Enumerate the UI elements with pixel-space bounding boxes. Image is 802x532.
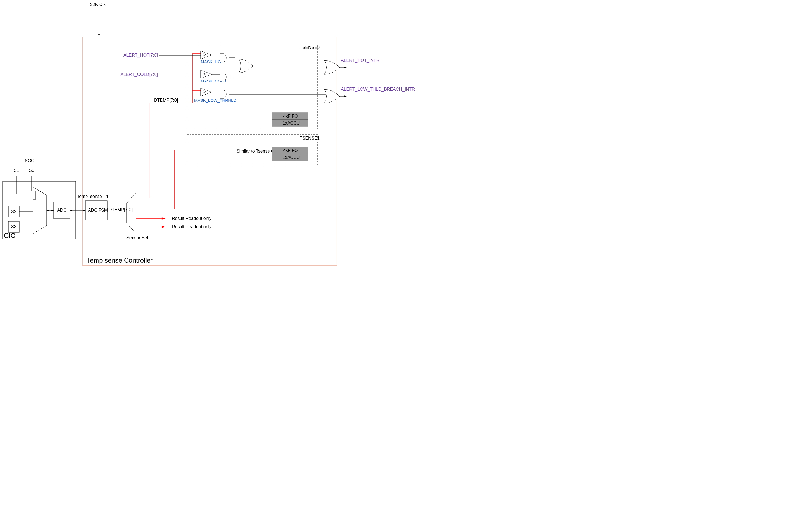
tsense0-fifo-label: 4xFIFO bbox=[283, 114, 298, 118]
readout-label-2: Result Readout only bbox=[172, 224, 211, 229]
cmp-lt-label: < bbox=[204, 72, 206, 76]
alert-hot-in-label: ALERT_HOT[7:0] bbox=[123, 53, 158, 58]
tsense1-fifo-label: 4xFIFO bbox=[283, 148, 298, 153]
sensor-sel-demux bbox=[127, 192, 136, 234]
tsense1-accu-label: 1xACCU bbox=[283, 155, 300, 160]
alert-hot-intr-label: ALERT_HOT_INTR bbox=[341, 58, 379, 63]
cmp-gt2-label: > bbox=[204, 89, 206, 94]
cmp-gt1 bbox=[201, 51, 212, 59]
dtemp-bus-label: DTEMP[7:0] bbox=[154, 98, 178, 102]
s0-label: S0 bbox=[29, 168, 34, 173]
controller-title: Temp sense Controller bbox=[87, 256, 153, 264]
temp-if-label: Temp_sense_I/f bbox=[77, 194, 108, 199]
cmp-lt bbox=[201, 70, 212, 78]
s0-wire bbox=[32, 176, 36, 199]
cmp-gt1-label: > bbox=[204, 52, 206, 57]
sensor-sel-label: Sensor Sel bbox=[127, 235, 148, 240]
dtemp-fsm-label: DTEMP[7:0] bbox=[109, 207, 133, 212]
s2-label: S2 bbox=[11, 209, 17, 214]
adc-fsm-label: ADC FSM bbox=[88, 208, 108, 212]
and-hot bbox=[220, 54, 226, 62]
or-low-out bbox=[324, 89, 340, 103]
tsense1-note: Similar to Tsense 0 bbox=[236, 149, 273, 153]
and-cold bbox=[220, 73, 226, 81]
tsense0-accu-label: 1xACCU bbox=[283, 121, 300, 126]
adc-label: ADC bbox=[57, 208, 66, 212]
clk-label: 32K Clk bbox=[90, 2, 106, 7]
dtemp-path-1 bbox=[136, 150, 198, 209]
s1-wire bbox=[17, 176, 33, 194]
mask-low-label: MASK_LOW_THRHLD bbox=[194, 98, 236, 102]
dtemp-path-0 bbox=[136, 103, 192, 198]
soc-label: SOC bbox=[25, 158, 34, 163]
and-low bbox=[220, 90, 226, 98]
readout-label-1: Result Readout only bbox=[172, 216, 211, 221]
alert-low-intr-label: ALERT_LOW_THLD_BREACH_INTR bbox=[341, 87, 415, 92]
cio-label: CIO bbox=[4, 232, 16, 239]
s3-label: S3 bbox=[11, 224, 17, 229]
alert-cold-in-label: ALERT_COLD[7:0] bbox=[120, 72, 158, 77]
tsense0-title: TSENSE0 bbox=[300, 45, 320, 50]
cio-mux bbox=[33, 187, 47, 234]
or-hotcold bbox=[239, 59, 253, 73]
s1-label: S1 bbox=[14, 168, 19, 173]
tsense1-title: TSENSE1 bbox=[300, 136, 320, 140]
cmp-gt2 bbox=[201, 88, 212, 96]
or-hot-out bbox=[324, 60, 340, 74]
